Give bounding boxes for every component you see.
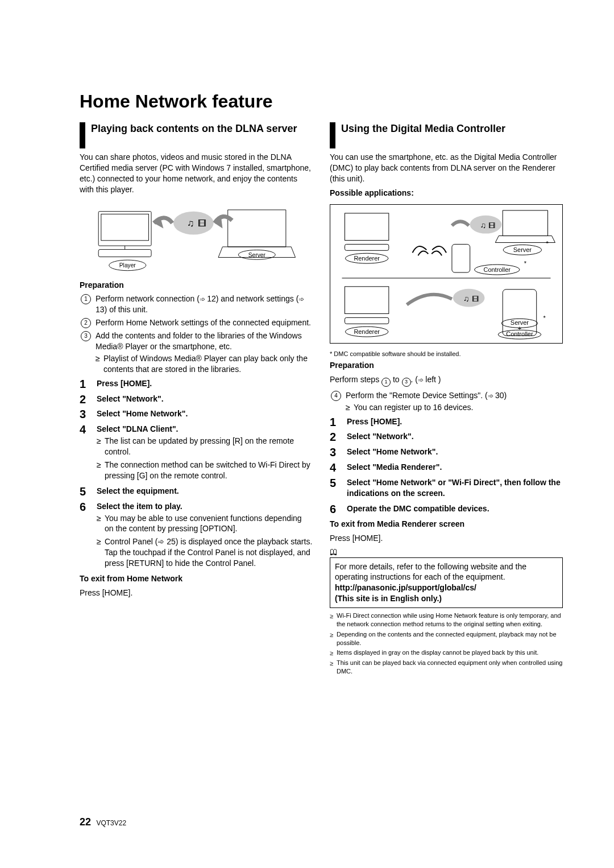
page-footer: 22 VQT3V22 xyxy=(80,816,126,828)
svg-text:Server: Server xyxy=(513,246,532,253)
small-note-3: Items displayed in gray on the display c… xyxy=(330,648,563,657)
prep3-sub: Playlist of Windows Media® Player can pl… xyxy=(96,353,313,375)
rstep-2: 2Select "Network". xyxy=(330,431,563,442)
step-4: 4Select "DLNA Client". The list can be u… xyxy=(80,424,313,481)
svg-text:Renderer: Renderer xyxy=(354,255,380,262)
svg-rect-2 xyxy=(98,249,151,257)
apps-label: Possible applications: xyxy=(330,188,563,199)
step6-sub1: You may be able to use convenient functi… xyxy=(97,513,313,535)
svg-text:Controller: Controller xyxy=(484,266,511,273)
step-1: 1Press [HOME]. xyxy=(80,378,313,389)
right-prep-label: Preparation xyxy=(330,360,563,371)
inline-circled-1: 1 xyxy=(381,378,391,387)
left-column: Playing back contents on the DLNA server… xyxy=(80,122,313,677)
svg-rect-10 xyxy=(345,244,388,250)
dmc-diagram: Renderer Controller * Server * ♫ xyxy=(330,204,563,344)
note-box: For more details, refer to the following… xyxy=(330,557,563,609)
svg-text:*: * xyxy=(544,315,546,321)
left-steps: 1Press [HOME]. 2Select "Network". 3Selec… xyxy=(80,378,313,569)
note-text: For more details, refer to the following… xyxy=(335,562,526,582)
rstep-4: 4Select "Media Renderer". xyxy=(330,462,563,473)
rstep-3: 3Select "Home Network". xyxy=(330,447,563,457)
svg-rect-9 xyxy=(345,213,388,240)
step4-sub1: The list can be updated by pressing [R] … xyxy=(97,436,313,457)
small-note-2: Depending on the contents and the connec… xyxy=(330,630,563,647)
xref-12: 12 xyxy=(200,294,216,303)
small-notes-list: Wi-Fi Direct connection while using Home… xyxy=(330,611,563,676)
right-steps: 1Press [HOME]. 2Select "Network". 3Selec… xyxy=(330,416,563,514)
xref-30: 30 xyxy=(488,391,504,400)
svg-text:Renderer: Renderer xyxy=(354,328,380,335)
note-icon: 🕮 xyxy=(330,547,563,556)
rstep-5: 5Select "Home Network" or "Wi-Fi Direct"… xyxy=(330,477,563,499)
step-2: 2Select "Network". xyxy=(80,394,313,404)
diag-footnote: * DMC compatible software should be inst… xyxy=(330,350,563,358)
page-number: 22 xyxy=(80,816,91,828)
right-column: Using the Digital Media Controller You c… xyxy=(330,122,563,677)
step4-sub2: The connection method can be switched to… xyxy=(97,460,313,481)
video-icon-2: 🎞 xyxy=(488,221,495,229)
page-title: Home Network feature xyxy=(80,91,563,112)
prep-item-3: 3 Add the contents and folder to the lib… xyxy=(80,330,313,375)
rstep-6: 6Operate the DMC compatible devices. xyxy=(330,503,563,514)
right-section-heading: Using the Digital Media Controller xyxy=(330,122,563,148)
inline-circled-3: 3 xyxy=(402,378,411,387)
right-exit-text: Press [HOME]. xyxy=(330,533,563,544)
circled-2: 2 xyxy=(81,318,91,328)
right-heading-text: Using the Digital Media Controller xyxy=(341,122,505,135)
xref-left xyxy=(418,375,425,384)
prep-item-2: 2 Perform Home Network settings of the c… xyxy=(80,317,313,328)
heading-bar xyxy=(80,122,85,148)
doc-code: VQT3V22 xyxy=(96,819,126,827)
step-3: 3Select "Home Network". xyxy=(80,408,313,419)
left-prep-label: Preparation xyxy=(80,280,313,291)
step6-sub2: Control Panel (➾ 25) is displayed once t… xyxy=(97,536,313,569)
two-column-layout: Playing back contents on the DLNA server… xyxy=(80,122,563,677)
step-6: 6Select the item to play. You may be abl… xyxy=(80,501,313,569)
step-5: 5Select the equipment. xyxy=(80,486,313,497)
svg-text:*: * xyxy=(524,260,527,267)
prep3-sub-1: Playlist of Windows Media® Player can pl… xyxy=(96,353,313,375)
label-player: Player xyxy=(119,262,136,268)
label-server: Server xyxy=(248,251,266,258)
note-url: http://panasonic.jp/support/global/cs/ xyxy=(335,583,476,592)
prep4-sub: You can register up to 16 devices. xyxy=(346,402,563,413)
svg-rect-23 xyxy=(345,317,388,324)
music-icon-2: ♫ xyxy=(480,220,486,229)
note-url-caption: (This site is in English only.) xyxy=(335,594,442,603)
prep-item-1: 1 Perform network connection (12) and ne… xyxy=(80,294,313,315)
video-icon-3: 🎞 xyxy=(472,295,479,303)
right-prep-intro: Perform steps 1 to 3. (left ) xyxy=(330,374,563,387)
right-prep-list: 4 Perform the "Remote Device Settings". … xyxy=(330,390,563,413)
svg-text:*: * xyxy=(546,240,549,247)
left-heading-text: Playing back contents on the DLNA server xyxy=(91,122,297,135)
left-exit-text: Press [HOME]. xyxy=(80,588,313,598)
circled-4: 4 xyxy=(331,391,341,401)
left-exit-label: To exit from Home Network xyxy=(80,573,313,584)
circled-1: 1 xyxy=(81,294,91,304)
music-icon-3: ♫ xyxy=(463,294,469,303)
small-note-1: Wi-Fi Direct connection while using Home… xyxy=(330,611,563,629)
music-icon: ♫ xyxy=(187,217,194,228)
svg-rect-22 xyxy=(345,286,388,313)
heading-bar-right xyxy=(330,122,335,148)
rstep-1: 1Press [HOME]. xyxy=(330,416,563,427)
video-icon: 🎞 xyxy=(198,218,206,228)
left-prep-list: 1 Perform network connection (12) and ne… xyxy=(80,294,313,374)
left-intro: You can share photos, videos and music s… xyxy=(80,152,313,195)
svg-rect-13 xyxy=(452,244,470,272)
right-exit-label: To exit from Media Renderer screen xyxy=(330,519,563,530)
prep-item-4: 4 Perform the "Remote Device Settings". … xyxy=(330,390,563,413)
page: Home Network feature Playing back conten… xyxy=(0,0,614,868)
svg-rect-1 xyxy=(101,214,149,240)
left-section-heading: Playing back contents on the DLNA server xyxy=(80,122,313,148)
dlna-diagram: Player Server ♫ 🎞 xyxy=(80,202,313,276)
right-intro: You can use the smartphone, etc. as the … xyxy=(330,152,563,184)
small-note-4: This unit can be played back via connect… xyxy=(330,659,563,676)
svg-text:Controller: Controller xyxy=(506,330,533,337)
circled-3: 3 xyxy=(81,331,91,341)
